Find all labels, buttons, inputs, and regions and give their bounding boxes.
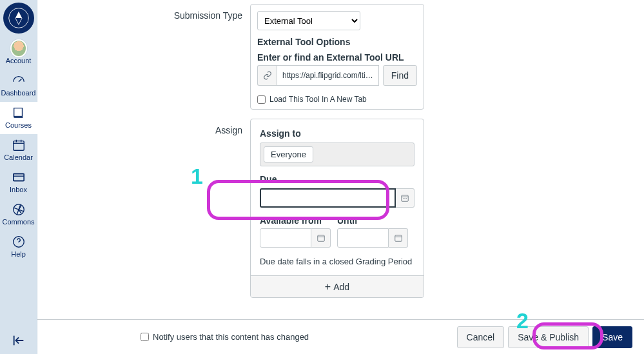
external-tool-heading: External Tool Options bbox=[257, 37, 417, 47]
nav-dashboard[interactable]: Dashboard bbox=[0, 70, 37, 102]
plus-icon: + bbox=[325, 282, 331, 292]
available-from-input[interactable] bbox=[260, 228, 311, 248]
new-tab-row[interactable]: Load This Tool In A New Tab bbox=[257, 95, 417, 104]
book-icon bbox=[10, 106, 27, 120]
grading-period-warning: Due date falls in a closed Grading Perio… bbox=[260, 257, 415, 266]
nav-label: Help bbox=[11, 250, 26, 258]
due-label: Due bbox=[260, 174, 415, 184]
nav-label: Calendar bbox=[4, 153, 33, 161]
notify-checkbox[interactable] bbox=[141, 333, 149, 341]
dashboard-icon bbox=[10, 74, 27, 88]
calendar-icon bbox=[10, 138, 27, 152]
new-tab-label: Load This Tool In A New Tab bbox=[269, 95, 367, 104]
assign-to-token[interactable]: Everyone bbox=[264, 146, 313, 162]
submission-type-box: External Tool External Tool Options Ente… bbox=[250, 4, 424, 110]
link-icon-button[interactable] bbox=[257, 65, 277, 86]
external-tool-url-input[interactable] bbox=[277, 65, 379, 86]
save-button[interactable]: Save bbox=[592, 326, 632, 348]
svg-line-1 bbox=[19, 79, 22, 82]
submission-type-label: Submission Type bbox=[37, 4, 250, 21]
nav-courses[interactable]: Courses bbox=[0, 102, 37, 134]
due-calendar-button[interactable] bbox=[396, 188, 415, 208]
nav-calendar[interactable]: Calendar bbox=[0, 134, 37, 166]
add-button[interactable]: + Add bbox=[251, 275, 424, 297]
main-content: Submission Type External Tool External T… bbox=[37, 0, 644, 354]
nav-label: Dashboard bbox=[1, 89, 36, 97]
notify-label: Notify users that this content has chang… bbox=[153, 332, 309, 342]
avatar-icon bbox=[10, 41, 27, 55]
help-icon bbox=[10, 235, 27, 249]
until-label: Until bbox=[337, 215, 408, 226]
cancel-button[interactable]: Cancel bbox=[457, 326, 505, 348]
nav-account[interactable]: Account bbox=[0, 37, 37, 70]
nav-label: Account bbox=[6, 57, 32, 64]
until-input[interactable] bbox=[337, 228, 389, 248]
nav-commons[interactable]: Commons bbox=[0, 199, 37, 231]
nav-collapse[interactable] bbox=[0, 327, 37, 354]
nav-label: Courses bbox=[5, 121, 32, 129]
external-tool-url-label: Enter or find an External Tool URL bbox=[257, 52, 417, 63]
svg-rect-18 bbox=[395, 235, 402, 241]
footer-bar: Notify users that this content has chang… bbox=[37, 319, 644, 354]
inbox-icon bbox=[10, 170, 27, 184]
save-publish-button[interactable]: Save & Publish bbox=[508, 326, 589, 348]
notify-row[interactable]: Notify users that this content has chang… bbox=[141, 332, 309, 342]
assign-label: Assign bbox=[37, 119, 250, 135]
until-calendar-button[interactable] bbox=[389, 228, 408, 248]
submission-type-select[interactable]: External Tool bbox=[257, 11, 360, 30]
svg-rect-7 bbox=[13, 174, 24, 181]
available-from-label: Available from bbox=[260, 215, 331, 226]
new-tab-checkbox[interactable] bbox=[257, 95, 266, 104]
svg-rect-6 bbox=[13, 174, 24, 181]
svg-rect-16 bbox=[317, 235, 324, 241]
add-label: Add bbox=[333, 282, 349, 292]
available-from-calendar-button[interactable] bbox=[311, 228, 331, 248]
find-button[interactable]: Find bbox=[383, 65, 417, 86]
assign-box: Assign to Everyone Due Available from bbox=[250, 119, 424, 298]
nav-inbox[interactable]: Inbox bbox=[0, 166, 37, 199]
share-icon bbox=[10, 202, 27, 217]
assign-to-label: Assign to bbox=[260, 128, 415, 139]
nav-label: Commons bbox=[2, 218, 34, 226]
assign-to-field[interactable]: Everyone bbox=[260, 143, 415, 166]
due-date-input[interactable] bbox=[260, 188, 396, 208]
global-nav: Account Dashboard Courses Calendar Inbox… bbox=[0, 0, 37, 354]
nav-label: Inbox bbox=[10, 186, 27, 193]
nav-help[interactable]: Help bbox=[0, 231, 37, 263]
svg-rect-2 bbox=[13, 141, 24, 151]
school-logo[interactable] bbox=[3, 3, 34, 34]
